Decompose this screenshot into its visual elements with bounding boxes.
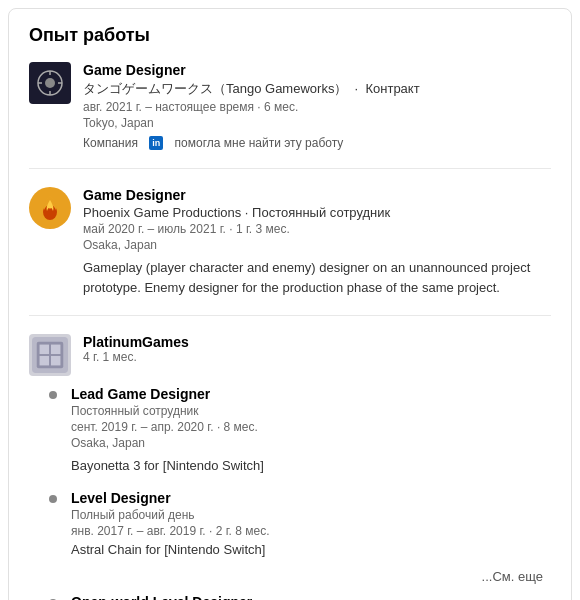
svg-rect-10	[51, 345, 60, 354]
platinum-section: PlatinumGames 4 г. 1 мес. Lead Game Desi…	[29, 334, 551, 600]
bullet-dot-2	[49, 495, 57, 503]
platinum-header: PlatinumGames 4 г. 1 мес.	[29, 334, 551, 376]
bullet-dot-1	[49, 391, 57, 399]
phoenix-dates: май 2020 г. – июль 2021 г. · 1 г. 3 мес.	[83, 222, 551, 236]
see-more-link[interactable]: ...См. еще	[29, 569, 551, 584]
lead-designer-details: Lead Game Designer Постоянный сотрудник …	[71, 386, 551, 476]
platinum-total-duration: 4 г. 1 мес.	[83, 350, 189, 364]
phoenix-logo	[29, 187, 71, 229]
lead-designer-dates: сент. 2019 г. – апр. 2020 г. · 8 мес.	[71, 420, 551, 434]
phoenix-job-title: Game Designer	[83, 187, 551, 203]
tango-company-name: タンゴゲームワークス（Tango Gameworks） · Контракт	[83, 80, 551, 98]
tango-logo-svg	[35, 68, 65, 98]
platinum-logo-svg	[32, 337, 68, 373]
phoenix-job-details: Game Designer Phoenix Game Productions ·…	[83, 187, 551, 297]
platinum-company-name: PlatinumGames	[83, 334, 189, 350]
linkedin-icon: in	[149, 136, 163, 150]
lead-designer-location: Osaka, Japan	[71, 436, 551, 450]
platinum-info: PlatinumGames 4 г. 1 мес.	[83, 334, 189, 364]
tango-job-details: Game Designer タンゴゲームワークス（Tango Gameworks…	[83, 62, 551, 150]
level-designer-title: Level Designer	[71, 490, 551, 506]
sub-role-level-designer: Level Designer Полный рабочий день янв. …	[29, 490, 551, 560]
platinum-logo	[29, 334, 71, 376]
work-experience-card: Опыт работы Game Designer タンゴゲームワークス（Tan…	[8, 8, 572, 600]
tango-location: Tokyo, Japan	[83, 116, 551, 130]
tango-dates: авг. 2021 г. – настоящее время · 6 мес.	[83, 100, 551, 114]
sub-role-openworld-designer: Open-world Level Designer Полный рабочий…	[29, 594, 551, 600]
openworld-designer-details: Open-world Level Designer Полный рабочий…	[71, 594, 551, 600]
svg-rect-9	[40, 345, 49, 354]
svg-rect-11	[40, 356, 49, 365]
phoenix-description: Gameplay (player character and enemy) de…	[83, 258, 551, 297]
level-designer-description: Astral Chain for [Nintendo Switch]	[71, 540, 551, 560]
phoenix-logo-svg	[34, 192, 66, 224]
tango-logo	[29, 62, 71, 104]
openworld-designer-title: Open-world Level Designer	[71, 594, 551, 600]
phoenix-company-name: Phoenix Game Productions · Постоянный со…	[83, 205, 551, 220]
sub-role-lead-designer: Lead Game Designer Постоянный сотрудник …	[29, 386, 551, 476]
level-designer-type: Полный рабочий день	[71, 508, 551, 522]
svg-rect-12	[51, 356, 60, 365]
tango-job-title: Game Designer	[83, 62, 551, 78]
job-entry-tango: Game Designer タンゴゲームワークス（Tango Gameworks…	[29, 62, 551, 169]
level-designer-details: Level Designer Полный рабочий день янв. …	[71, 490, 551, 560]
linkedin-badge: Компания in помогла мне найти эту работу	[83, 136, 551, 150]
phoenix-location: Osaka, Japan	[83, 238, 551, 252]
lead-designer-description: Bayonetta 3 for [Nintendo Switch]	[71, 456, 551, 476]
level-designer-dates: янв. 2017 г. – авг. 2019 г. · 2 г. 8 мес…	[71, 524, 551, 538]
svg-point-1	[45, 78, 55, 88]
job-entry-phoenix: Game Designer Phoenix Game Productions ·…	[29, 187, 551, 316]
lead-designer-type: Постоянный сотрудник	[71, 404, 551, 418]
lead-designer-title: Lead Game Designer	[71, 386, 551, 402]
section-title: Опыт работы	[29, 25, 551, 46]
